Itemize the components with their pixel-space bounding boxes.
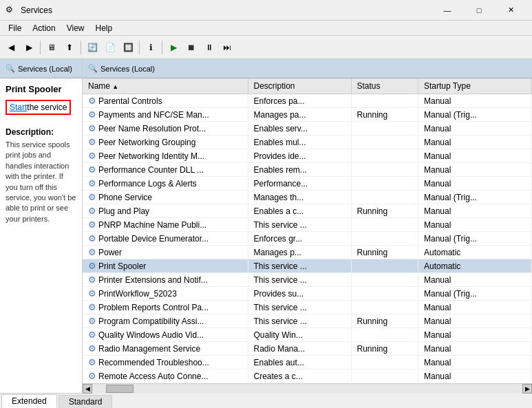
service-name-cell: ⚙PNRP Machine Name Publi... [83,218,248,232]
service-name-cell: ⚙Recommended Troubleshoo... [83,356,248,369]
service-name-cell: ⚙Power [83,246,248,259]
table-scroll[interactable]: Name ▲ Description Status Startup Type ⚙… [83,78,532,382]
right-panel-header: 🔍 Services (Local) [83,59,532,78]
back-button[interactable]: ◀ [3,39,19,56]
table-row[interactable]: ⚙Peer Name Resolution Prot...Enables ser… [83,122,532,136]
play-button[interactable]: ▶ [165,39,182,56]
menu-view[interactable]: View [61,22,90,34]
service-status-cell [351,177,418,191]
start-service-link[interactable]: Start [10,103,27,112]
table-row[interactable]: ⚙Performance Counter DLL ...Enables rem.… [83,163,532,177]
left-panel-icon: 🔍 [6,64,15,73]
left-panel-title: Services (Local) [18,65,72,73]
horizontal-scrollbar[interactable]: ◀ ▶ [83,383,532,393]
pause-button[interactable]: ⏸ [201,39,217,56]
title-bar: ⚙ Services — □ ✕ [0,0,532,21]
service-startup-cell: Manual [418,301,532,314]
tab-extended[interactable]: Extended [1,394,57,408]
start-link-rest: the service [27,103,67,112]
service-desc-cell: Provides ide... [248,149,351,163]
service-startup-cell: Manual [418,149,532,163]
table-row[interactable]: ⚙Plug and PlayEnables a c...RunningManua… [83,204,532,218]
col-header-name[interactable]: Name ▲ [83,78,248,94]
col-header-desc[interactable]: Description [248,78,351,94]
scroll-thumb[interactable] [106,385,134,393]
col-header-startup[interactable]: Startup Type [418,78,532,94]
export-button[interactable]: 📄 [102,39,118,56]
right-panel-icon: 🔍 [88,64,98,73]
refresh-button[interactable]: 🔄 [84,39,100,56]
table-row[interactable]: ⚙Peer Networking Identity M...Provides i… [83,149,532,163]
service-desc-cell: This service ... [248,218,351,232]
service-startup-cell: Manual [418,136,532,149]
separator-2 [81,41,81,54]
services-table: Name ▲ Description Status Startup Type ⚙… [83,78,532,382]
left-panel: 🔍 Services (Local) Print Spooler Start t… [0,59,83,393]
table-row[interactable]: ⚙Quality Windows Audio Vid...Quality Win… [83,328,532,342]
service-status-cell [351,232,418,246]
service-desc-cell: Enables mul... [248,136,351,149]
service-status-cell [351,259,418,273]
service-desc-cell: Enforces gr... [248,232,351,246]
service-status-cell [351,301,418,314]
service-desc-cell: Enables aut... [248,356,351,369]
table-row[interactable]: ⚙PowerManages p...RunningAutomatic [83,246,532,259]
right-panel-title: Services (Local) [100,65,155,73]
service-name-cell: ⚙Payments and NFC/SE Man... [83,108,248,122]
table-row[interactable]: ⚙Program Compatibility Assi...This servi… [83,314,532,328]
table-row[interactable]: ⚙Performance Logs & AlertsPerformance...… [83,177,532,191]
table-row[interactable]: ⚙Printer Extensions and Notif...This ser… [83,273,532,287]
service-name-cell: ⚙Printer Extensions and Notif... [83,273,248,287]
table-row[interactable]: ⚙Radio Management ServiceRadio Mana...Ru… [83,342,532,356]
table-row[interactable]: ⚙Payments and NFC/SE Man...Manages pa...… [83,108,532,122]
menu-action[interactable]: Action [27,22,61,34]
scroll-track[interactable] [92,384,522,394]
table-row[interactable]: ⚙Problem Reports Control Pa...This servi… [83,301,532,314]
menu-file[interactable]: File [3,22,27,34]
close-button[interactable]: ✕ [495,0,526,21]
service-startup-cell: Manual (Trig... [418,287,532,301]
table-row[interactable]: ⚙Recommended Troubleshoo...Enables aut..… [83,356,532,369]
service-startup-cell: Manual [418,356,532,369]
info-button[interactable]: ℹ [142,39,159,56]
service-status-cell [351,356,418,369]
separator-4 [162,41,162,54]
service-name-cell: ⚙Program Compatibility Assi... [83,314,248,328]
service-desc-cell: This service ... [248,273,351,287]
restart-button[interactable]: ⏭ [219,39,235,56]
service-startup-cell: Manual [418,328,532,342]
table-row[interactable]: ⚙Print SpoolerThis service ...Automatic [83,259,532,273]
service-startup-cell: Manual [418,163,532,177]
col-header-status[interactable]: Status [351,78,418,94]
minimize-button[interactable]: — [432,0,463,21]
service-startup-cell: Automatic [418,246,532,259]
separator-3 [139,41,140,54]
table-row[interactable]: ⚙PNRP Machine Name Publi...This service … [83,218,532,232]
service-status-cell [351,369,418,383]
bottom-tabs: Extended Standard [0,393,532,408]
service-status-cell: Running [351,204,418,218]
service-startup-cell: Manual [418,204,532,218]
scroll-right-arrow[interactable]: ▶ [522,384,532,394]
table-row[interactable]: ⚙Phone ServiceManages th...Manual (Trig.… [83,191,532,204]
show-hide-button[interactable]: 🖥 [43,39,60,56]
service-desc-cell: Quality Win... [248,328,351,342]
service-startup-cell: Manual (Trig... [418,232,532,246]
stop-button[interactable]: ⏹ [183,39,200,56]
up-button[interactable]: ⬆ [61,39,78,56]
menu-help[interactable]: Help [90,22,118,34]
tab-standard[interactable]: Standard [58,395,113,408]
table-row[interactable]: ⚙Parental ControlsEnforces pa...Manual [83,94,532,108]
table-row[interactable]: ⚙Remote Access Auto Conne...Creates a c.… [83,369,532,383]
scroll-left-arrow[interactable]: ◀ [83,384,92,394]
table-row[interactable]: ⚙PrintWorkflow_52023Provides su...Manual… [83,287,532,301]
services-table-container: Name ▲ Description Status Startup Type ⚙… [83,78,532,383]
service-name-cell: ⚙Performance Counter DLL ... [83,163,248,177]
forward-button[interactable]: ▶ [21,39,37,56]
maximize-button[interactable]: □ [463,0,495,21]
service-name-cell: ⚙Radio Management Service [83,342,248,356]
table-row[interactable]: ⚙Peer Networking GroupingEnables mul...M… [83,136,532,149]
table-row[interactable]: ⚙Portable Device Enumerator...Enforces g… [83,232,532,246]
properties-button[interactable]: 🔲 [120,39,136,56]
service-desc-cell: Manages p... [248,246,351,259]
